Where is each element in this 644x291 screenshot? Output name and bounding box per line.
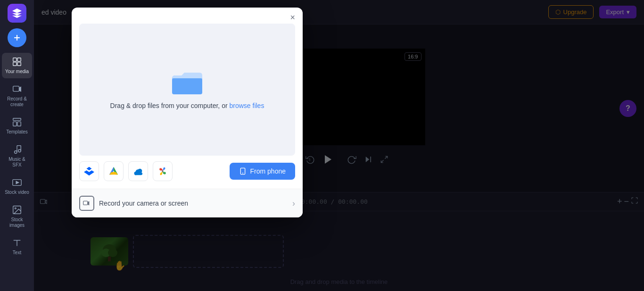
record-screen-label: Record your camera or screen xyxy=(99,200,288,207)
svg-point-45 xyxy=(162,170,164,172)
sidebar-item-stock-images[interactable]: Stock images xyxy=(2,201,32,232)
sidebar-item-label: Music & SFX xyxy=(4,157,30,168)
svg-rect-9 xyxy=(13,122,17,126)
svg-rect-48 xyxy=(83,201,88,205)
svg-rect-10 xyxy=(17,122,21,126)
drop-area[interactable]: Drag & drop files from your computer, or… xyxy=(79,24,295,156)
from-phone-label: From phone xyxy=(250,167,286,175)
svg-marker-7 xyxy=(19,87,21,91)
sidebar-item-label: Stock video xyxy=(5,190,29,195)
sidebar-item-record-create[interactable]: Record &create xyxy=(2,80,32,111)
svg-rect-6 xyxy=(13,86,19,91)
dropbox-button[interactable] xyxy=(79,161,99,181)
google-drive-button[interactable] xyxy=(104,161,124,181)
modal-footer: From phone xyxy=(72,156,303,189)
svg-rect-3 xyxy=(17,58,21,61)
sidebar-item-label: Text xyxy=(13,250,21,256)
folder-icon xyxy=(172,70,202,96)
sidebar-item-text[interactable]: Text xyxy=(2,234,32,259)
pinwheel-button[interactable] xyxy=(153,161,173,181)
sidebar: Your media Record &create Templates Musi… xyxy=(0,0,34,291)
modal-header: × xyxy=(72,8,303,22)
record-camera-button[interactable]: Record your camera or screen › xyxy=(72,189,303,217)
svg-marker-49 xyxy=(88,202,89,205)
sidebar-item-label: Record &create xyxy=(7,96,27,108)
sidebar-item-label: Templates xyxy=(6,129,28,135)
camera-record-icon xyxy=(79,196,94,211)
svg-rect-41 xyxy=(172,78,202,94)
svg-rect-5 xyxy=(17,62,21,66)
modal-overlay: × Drag & drop files from your computer, … xyxy=(34,0,644,291)
drop-text: Drag & drop files from your computer, or… xyxy=(110,102,264,109)
svg-point-12 xyxy=(18,150,21,152)
svg-marker-17 xyxy=(16,181,19,184)
add-media-button[interactable] xyxy=(8,28,26,47)
onedrive-button[interactable] xyxy=(128,161,148,181)
svg-point-11 xyxy=(15,151,17,154)
svg-point-19 xyxy=(15,208,16,209)
from-phone-button[interactable]: From phone xyxy=(230,163,295,180)
svg-rect-4 xyxy=(13,62,17,66)
sidebar-item-label: Stock images xyxy=(4,217,30,228)
upload-modal: × Drag & drop files from your computer, … xyxy=(72,8,303,217)
record-chevron-icon: › xyxy=(292,199,295,208)
main-content: ed video ⋮ ⬡ Upgrade Export ▾ 16:9 xyxy=(34,0,644,291)
modal-close-button[interactable]: × xyxy=(290,13,295,22)
sidebar-item-templates[interactable]: Templates xyxy=(2,113,32,139)
browse-files-link[interactable]: browse files xyxy=(229,102,264,109)
sidebar-item-your-media[interactable]: Your media xyxy=(2,53,32,78)
svg-rect-8 xyxy=(13,118,21,121)
sidebar-item-label: Your media xyxy=(5,69,29,75)
svg-rect-2 xyxy=(13,58,17,61)
app-logo[interactable] xyxy=(8,4,26,23)
sidebar-item-stock-video[interactable]: Stock video xyxy=(2,174,32,199)
sidebar-item-music-sfx[interactable]: Music & SFX xyxy=(2,141,32,172)
